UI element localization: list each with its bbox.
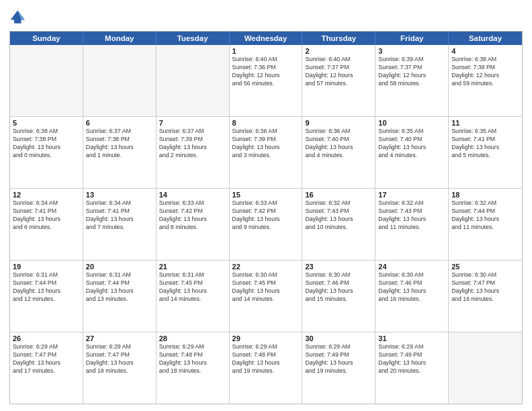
- cell-info-line: Sunset: 7:48 PM: [232, 351, 300, 359]
- cal-header-sunday: Sunday: [10, 32, 83, 45]
- cell-info-line: and 0 minutes.: [13, 152, 80, 160]
- cell-info-line: Sunrise: 6:33 AM: [159, 199, 226, 208]
- cell-info-line: Sunset: 7:44 PM: [451, 208, 519, 216]
- cell-info-line: Sunrise: 6:30 AM: [305, 271, 372, 279]
- day-number: 15: [232, 191, 300, 199]
- cal-cell-day-15: 15Sunrise: 6:33 AMSunset: 7:42 PMDayligh…: [230, 189, 303, 260]
- cal-cell-day-30: 30Sunrise: 6:29 AMSunset: 7:49 PMDayligh…: [302, 332, 375, 404]
- cal-cell-day-13: 13Sunrise: 6:34 AMSunset: 7:41 PMDayligh…: [83, 189, 157, 260]
- cell-info-line: Sunset: 7:40 PM: [305, 136, 372, 144]
- cell-info-line: and 18 minutes.: [86, 367, 153, 375]
- calendar: SundayMondayTuesdayWednesdayThursdayFrid…: [9, 31, 523, 404]
- cell-info-line: Sunrise: 6:38 AM: [13, 128, 80, 136]
- cal-header-wednesday: Wednesday: [230, 32, 303, 45]
- cell-info-line: and 4 minutes.: [378, 152, 445, 160]
- day-number: 20: [86, 263, 153, 271]
- cal-cell-day-27: 27Sunrise: 6:29 AMSunset: 7:47 PMDayligh…: [83, 332, 157, 404]
- cell-info-line: Sunrise: 6:32 AM: [305, 199, 372, 208]
- cell-info-line: Sunrise: 6:30 AM: [232, 271, 300, 279]
- cell-info-line: Sunrise: 6:32 AM: [451, 199, 519, 208]
- cell-info-line: Daylight: 13 hours: [159, 287, 226, 295]
- cell-info-line: and 14 minutes.: [232, 295, 300, 304]
- cal-cell-day-18: 18Sunrise: 6:32 AMSunset: 7:44 PMDayligh…: [449, 189, 522, 260]
- day-number: 18: [451, 191, 519, 199]
- cell-info-line: Sunrise: 6:29 AM: [86, 343, 153, 351]
- day-number: 11: [451, 119, 519, 127]
- cell-info-line: Sunset: 7:47 PM: [13, 351, 80, 359]
- cal-header-thursday: Thursday: [302, 32, 375, 45]
- cal-cell-day-6: 6Sunrise: 6:37 AMSunset: 7:38 PMDaylight…: [83, 117, 157, 188]
- day-number: 4: [451, 47, 519, 55]
- cell-info-line: and 14 minutes.: [159, 295, 226, 304]
- cell-info-line: Sunset: 7:49 PM: [305, 351, 372, 359]
- cell-info-line: Sunrise: 6:38 AM: [451, 56, 519, 64]
- cal-cell-day-23: 23Sunrise: 6:30 AMSunset: 7:46 PMDayligh…: [302, 261, 375, 332]
- cell-info-line: Daylight: 12 hours: [305, 72, 372, 80]
- cell-info-line: Daylight: 13 hours: [232, 359, 300, 367]
- day-number: 29: [232, 334, 300, 342]
- cal-cell-day-7: 7Sunrise: 6:37 AMSunset: 7:39 PMDaylight…: [157, 117, 230, 188]
- cell-info-line: and 8 minutes.: [159, 224, 226, 232]
- cell-info-line: and 57 minutes.: [305, 80, 372, 88]
- cell-info-line: Sunset: 7:43 PM: [378, 208, 445, 216]
- day-number: 26: [13, 334, 80, 342]
- cell-info-line: Sunset: 7:39 PM: [159, 136, 226, 144]
- cell-info-line: Sunset: 7:37 PM: [378, 64, 445, 72]
- cell-info-line: Daylight: 12 hours: [232, 72, 300, 80]
- cell-info-line: and 11 minutes.: [451, 224, 519, 232]
- cell-info-line: Daylight: 13 hours: [378, 144, 445, 152]
- cell-info-line: Sunrise: 6:36 AM: [232, 128, 300, 136]
- cell-info-line: Daylight: 13 hours: [86, 359, 153, 367]
- cal-cell-day-12: 12Sunrise: 6:34 AMSunset: 7:41 PMDayligh…: [10, 189, 83, 260]
- cell-info-line: and 20 minutes.: [378, 367, 445, 375]
- cell-info-line: Sunset: 7:38 PM: [86, 136, 153, 144]
- cell-info-line: Sunrise: 6:29 AM: [13, 343, 80, 351]
- cell-info-line: Sunrise: 6:31 AM: [13, 271, 80, 279]
- cell-info-line: and 18 minutes.: [159, 367, 226, 375]
- cell-info-line: and 16 minutes.: [378, 295, 445, 304]
- cal-cell-day-5: 5Sunrise: 6:38 AMSunset: 7:38 PMDaylight…: [10, 117, 83, 188]
- cell-info-line: Sunrise: 6:29 AM: [232, 343, 300, 351]
- cell-info-line: and 5 minutes.: [451, 152, 519, 160]
- cell-info-line: Daylight: 13 hours: [86, 287, 153, 295]
- day-number: 24: [378, 263, 445, 271]
- cell-info-line: Daylight: 13 hours: [86, 216, 153, 224]
- cell-info-line: Sunset: 7:49 PM: [378, 351, 445, 359]
- cell-info-line: Sunset: 7:38 PM: [451, 64, 519, 72]
- cal-cell-empty: [10, 45, 83, 116]
- cell-info-line: Daylight: 13 hours: [159, 144, 226, 152]
- cell-info-line: Sunrise: 6:39 AM: [378, 56, 445, 64]
- cal-cell-day-28: 28Sunrise: 6:29 AMSunset: 7:48 PMDayligh…: [157, 332, 230, 404]
- cell-info-line: and 12 minutes.: [13, 295, 80, 304]
- cell-info-line: and 16 minutes.: [451, 295, 519, 304]
- cal-cell-day-8: 8Sunrise: 6:36 AMSunset: 7:39 PMDaylight…: [230, 117, 303, 188]
- cell-info-line: Daylight: 13 hours: [451, 216, 519, 224]
- day-number: 27: [86, 334, 153, 342]
- cal-cell-day-3: 3Sunrise: 6:39 AMSunset: 7:37 PMDaylight…: [375, 45, 449, 116]
- cal-cell-empty: [83, 45, 157, 116]
- page: SundayMondayTuesdayWednesdayThursdayFrid…: [0, 0, 532, 411]
- logo: [9, 8, 31, 27]
- cell-info-line: and 9 minutes.: [232, 224, 300, 232]
- cell-info-line: Sunset: 7:48 PM: [159, 351, 226, 359]
- cal-header-saturday: Saturday: [449, 32, 522, 45]
- day-number: 30: [305, 334, 372, 342]
- cal-cell-day-16: 16Sunrise: 6:32 AMSunset: 7:43 PMDayligh…: [302, 189, 375, 260]
- cell-info-line: Sunset: 7:36 PM: [232, 64, 300, 72]
- cell-info-line: Sunrise: 6:30 AM: [451, 271, 519, 279]
- cell-info-line: Daylight: 13 hours: [232, 216, 300, 224]
- cell-info-line: and 7 minutes.: [86, 224, 153, 232]
- cell-info-line: Sunrise: 6:33 AM: [232, 199, 300, 208]
- cal-header-friday: Friday: [375, 32, 449, 45]
- cell-info-line: Sunset: 7:43 PM: [305, 208, 372, 216]
- cell-info-line: Sunrise: 6:31 AM: [159, 271, 226, 279]
- day-number: 28: [159, 334, 226, 342]
- cell-info-line: Sunrise: 6:29 AM: [305, 343, 372, 351]
- cal-cell-day-24: 24Sunrise: 6:30 AMSunset: 7:46 PMDayligh…: [375, 261, 449, 332]
- cell-info-line: Sunset: 7:42 PM: [232, 208, 300, 216]
- cell-info-line: and 1 minute.: [86, 152, 153, 160]
- cell-info-line: and 2 minutes.: [159, 152, 226, 160]
- cell-info-line: Sunrise: 6:37 AM: [159, 128, 226, 136]
- day-number: 23: [305, 263, 372, 271]
- cell-info-line: Sunrise: 6:29 AM: [159, 343, 226, 351]
